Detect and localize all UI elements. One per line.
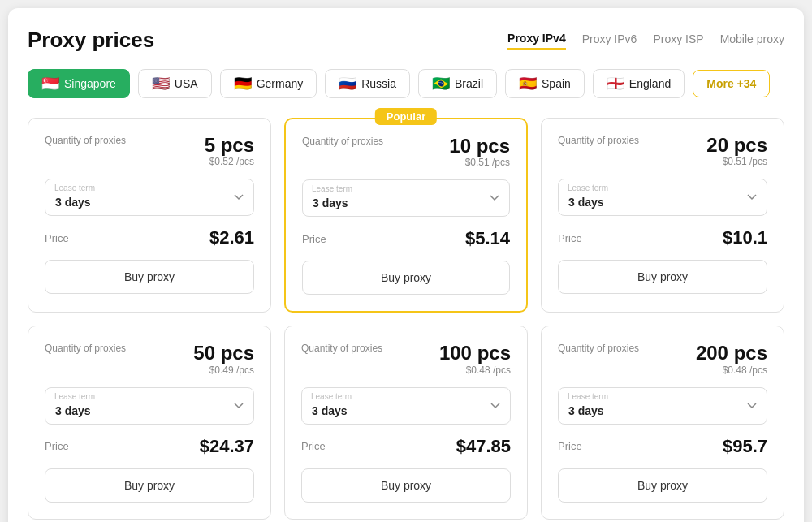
price-label-200: Price — [558, 440, 582, 452]
quantity-value-50: 50 pcs $0.49 /pcs — [193, 343, 254, 375]
country-btn-singapore[interactable]: 🇸🇬 Singapore — [28, 69, 130, 98]
lease-wrapper-5: Lease term 3 days 7 days 14 days 30 days — [45, 179, 254, 216]
quantity-label-100: Quantity of proxies — [301, 343, 382, 354]
price-value-100: $47.85 — [456, 436, 511, 457]
country-btn-england[interactable]: 🏴󠁧󠁢󠁥󠁮󠁧󠁿 England — [593, 69, 685, 98]
country-label-germany: Germany — [257, 77, 304, 90]
buy-button-20[interactable]: Buy proxy — [558, 260, 767, 294]
buy-button-10[interactable]: Buy proxy — [302, 261, 510, 295]
quantity-price-50: $0.49 /pcs — [193, 365, 254, 376]
quantity-value-5: 5 pcs $0.52 /pcs — [205, 135, 254, 167]
price-label-20: Price — [558, 232, 582, 244]
nav-tabs: Proxy IPv4 Proxy IPv6 Proxy ISP Mobile p… — [508, 32, 784, 50]
page-title: Proxy prices — [28, 28, 154, 53]
proxy-card-200: Quantity of proxies 200 pcs $0.48 /pcs L… — [541, 326, 784, 519]
price-row-10: Price $5.14 — [302, 228, 510, 249]
quantity-label-5: Quantity of proxies — [45, 135, 126, 146]
quantity-value-200: 200 pcs $0.48 /pcs — [696, 343, 767, 375]
card-header-100: Quantity of proxies 100 pcs $0.48 /pcs — [301, 343, 511, 375]
country-label-brazil: Brazil — [455, 77, 483, 90]
tab-proxy-ipv6[interactable]: Proxy IPv6 — [582, 32, 637, 49]
price-row-20: Price $10.1 — [558, 227, 767, 248]
cards-grid: Quantity of proxies 5 pcs $0.52 /pcs Lea… — [28, 118, 784, 520]
quantity-pcs-200: 200 pcs — [696, 343, 767, 364]
quantity-value-100: 100 pcs $0.48 /pcs — [439, 343, 511, 375]
card-header-50: Quantity of proxies 50 pcs $0.49 /pcs — [45, 343, 254, 375]
price-row-50: Price $24.37 — [45, 436, 254, 457]
price-value-20: $10.1 — [723, 227, 767, 248]
buy-button-5[interactable]: Buy proxy — [45, 260, 254, 294]
lease-label-20: Lease term — [568, 183, 608, 192]
price-value-50: $24.37 — [200, 436, 254, 457]
flag-spain: 🇪🇸 — [519, 76, 537, 91]
main-container: Proxy prices Proxy IPv4 Proxy IPv6 Proxy… — [8, 8, 804, 522]
country-btn-usa[interactable]: 🇺🇸 USA — [138, 69, 212, 98]
quantity-label-10: Quantity of proxies — [302, 136, 383, 147]
quantity-pcs-10: 10 pcs — [449, 136, 510, 157]
country-bar: 🇸🇬 Singapore 🇺🇸 USA 🇩🇪 Germany 🇷🇺 Russia… — [28, 69, 784, 98]
country-btn-russia[interactable]: 🇷🇺 Russia — [325, 69, 410, 98]
quantity-label-20: Quantity of proxies — [558, 135, 639, 146]
tab-proxy-ipv4[interactable]: Proxy IPv4 — [508, 32, 566, 50]
flag-brazil: 🇧🇷 — [432, 76, 450, 91]
flag-germany: 🇩🇪 — [234, 76, 252, 91]
country-label-singapore: Singapore — [64, 77, 116, 90]
price-row-100: Price $47.85 — [301, 436, 511, 457]
country-label-russia: Russia — [361, 77, 396, 90]
buy-button-100[interactable]: Buy proxy — [301, 468, 511, 503]
popular-badge-10: Popular — [375, 108, 437, 125]
quantity-pcs-100: 100 pcs — [439, 343, 511, 364]
card-header-5: Quantity of proxies 5 pcs $0.52 /pcs — [45, 135, 254, 167]
lease-label-5: Lease term — [54, 183, 95, 192]
country-btn-spain[interactable]: 🇪🇸 Spain — [505, 69, 585, 98]
country-btn-germany[interactable]: 🇩🇪 Germany — [220, 69, 317, 98]
quantity-pcs-50: 50 pcs — [193, 343, 254, 364]
tab-proxy-isp[interactable]: Proxy ISP — [653, 32, 703, 49]
buy-button-50[interactable]: Buy proxy — [45, 468, 254, 503]
price-value-5: $2.61 — [209, 227, 254, 248]
quantity-price-10: $0.51 /pcs — [449, 157, 510, 168]
proxy-card-100: Quantity of proxies 100 pcs $0.48 /pcs L… — [284, 326, 528, 519]
flag-usa: 🇺🇸 — [152, 76, 170, 91]
proxy-card-20: Quantity of proxies 20 pcs $0.51 /pcs Le… — [541, 118, 784, 313]
header: Proxy prices Proxy IPv4 Proxy IPv6 Proxy… — [28, 28, 784, 53]
lease-wrapper-20: Lease term 3 days 7 days 14 days 30 days — [558, 179, 767, 216]
proxy-card-10: Popular Quantity of proxies 10 pcs $0.51… — [284, 118, 528, 313]
tab-mobile-proxy[interactable]: Mobile proxy — [720, 32, 784, 49]
more-countries-button[interactable]: More +34 — [693, 70, 770, 97]
price-value-200: $95.7 — [723, 436, 767, 457]
quantity-pcs-5: 5 pcs — [205, 135, 254, 156]
quantity-value-10: 10 pcs $0.51 /pcs — [449, 136, 510, 168]
country-label-england: England — [629, 77, 671, 90]
country-btn-brazil[interactable]: 🇧🇷 Brazil — [418, 69, 497, 98]
quantity-price-200: $0.48 /pcs — [696, 365, 767, 376]
flag-russia: 🇷🇺 — [339, 76, 356, 91]
quantity-value-20: 20 pcs $0.51 /pcs — [706, 135, 767, 167]
lease-wrapper-200: Lease term 3 days 7 days 14 days 30 days — [558, 387, 767, 425]
quantity-price-5: $0.52 /pcs — [205, 156, 254, 167]
price-value-10: $5.14 — [465, 228, 510, 249]
country-label-usa: USA — [175, 77, 198, 90]
price-label-5: Price — [45, 232, 69, 244]
price-row-5: Price $2.61 — [45, 227, 254, 248]
proxy-card-5: Quantity of proxies 5 pcs $0.52 /pcs Lea… — [28, 118, 271, 313]
card-header-20: Quantity of proxies 20 pcs $0.51 /pcs — [558, 135, 767, 167]
quantity-pcs-20: 20 pcs — [706, 135, 767, 156]
quantity-label-200: Quantity of proxies — [558, 343, 639, 354]
price-label-10: Price — [302, 233, 326, 245]
country-label-spain: Spain — [542, 77, 571, 90]
price-label-50: Price — [45, 440, 69, 452]
lease-label-200: Lease term — [568, 392, 608, 401]
buy-button-200[interactable]: Buy proxy — [558, 468, 767, 503]
lease-wrapper-10: Lease term 3 days 7 days 14 days 30 days — [302, 179, 510, 217]
lease-label-50: Lease term — [54, 392, 95, 401]
card-header-200: Quantity of proxies 200 pcs $0.48 /pcs — [558, 343, 767, 375]
quantity-label-50: Quantity of proxies — [45, 343, 126, 354]
proxy-card-50: Quantity of proxies 50 pcs $0.49 /pcs Le… — [28, 326, 271, 519]
lease-wrapper-100: Lease term 3 days 7 days 14 days 30 days — [301, 387, 511, 425]
lease-label-10: Lease term — [312, 184, 352, 193]
price-row-200: Price $95.7 — [558, 436, 767, 457]
flag-england: 🏴󠁧󠁢󠁥󠁮󠁧󠁿 — [607, 76, 624, 91]
quantity-price-100: $0.48 /pcs — [439, 365, 511, 376]
card-header-10: Quantity of proxies 10 pcs $0.51 /pcs — [302, 136, 510, 168]
